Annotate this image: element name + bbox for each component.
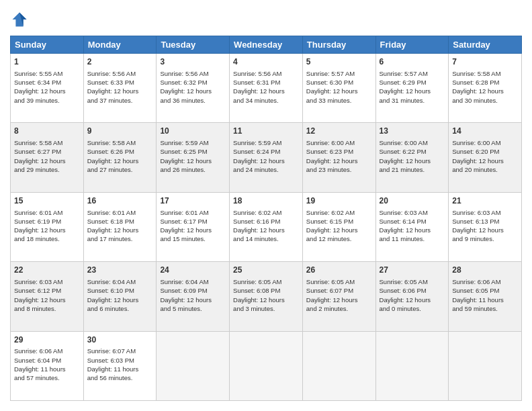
calendar-cell: 22Sunrise: 6:03 AMSunset: 6:12 PMDayligh… (11, 262, 84, 331)
day-info: Daylight: 12 hours (233, 156, 299, 165)
calendar-cell: 5Sunrise: 5:57 AMSunset: 6:30 PMDaylight… (302, 54, 375, 123)
day-info: Sunrise: 6:00 AM (380, 138, 445, 147)
day-info: Sunset: 6:10 PM (87, 286, 153, 295)
day-info: and 36 minutes. (160, 96, 226, 105)
calendar-cell: 25Sunrise: 6:05 AMSunset: 6:08 PMDayligh… (230, 262, 303, 331)
col-header-friday: Friday (375, 36, 449, 54)
day-info: Daylight: 12 hours (87, 226, 153, 234)
day-info: Sunset: 6:34 PM (14, 78, 80, 87)
calendar-cell: 7Sunrise: 5:58 AMSunset: 6:28 PMDaylight… (449, 54, 522, 123)
day-info: Sunrise: 6:03 AM (380, 208, 445, 217)
calendar-cell: 11Sunrise: 5:59 AMSunset: 6:24 PMDayligh… (230, 123, 303, 192)
day-info: Daylight: 12 hours (14, 156, 80, 165)
day-info: and 14 minutes. (233, 234, 299, 243)
day-info: and 39 minutes. (14, 96, 80, 105)
day-info: and 26 minutes. (160, 165, 226, 174)
day-info: and 30 minutes. (452, 96, 518, 105)
day-info: Sunrise: 6:02 AM (233, 208, 299, 217)
day-info: Sunset: 6:16 PM (233, 217, 299, 226)
day-info: and 8 minutes. (14, 304, 80, 313)
day-info: Sunset: 6:22 PM (380, 147, 445, 156)
day-number: 7 (452, 56, 518, 68)
day-info: and 12 minutes. (306, 234, 372, 243)
day-info: Sunrise: 5:57 AM (380, 69, 445, 78)
day-info: Sunset: 6:06 PM (380, 286, 445, 295)
day-info: Sunset: 6:33 PM (87, 78, 153, 87)
day-number: 4 (233, 56, 299, 68)
day-info: Sunrise: 6:05 AM (380, 277, 445, 286)
day-info: Daylight: 12 hours (160, 295, 226, 304)
day-info: Sunrise: 6:00 AM (306, 138, 372, 147)
day-number: 29 (14, 334, 80, 346)
calendar-cell: 24Sunrise: 6:04 AMSunset: 6:09 PMDayligh… (157, 262, 230, 331)
calendar-cell (157, 331, 230, 400)
calendar-cell: 1Sunrise: 5:55 AMSunset: 6:34 PMDaylight… (11, 54, 84, 123)
day-info: Sunset: 6:30 PM (306, 78, 372, 87)
day-info: and 21 minutes. (380, 165, 445, 174)
day-number: 21 (452, 195, 518, 207)
day-info: Sunset: 6:19 PM (14, 217, 80, 226)
day-info: Daylight: 12 hours (233, 295, 299, 304)
day-info: Sunrise: 6:01 AM (160, 208, 226, 217)
calendar-cell: 12Sunrise: 6:00 AMSunset: 6:23 PMDayligh… (302, 123, 375, 192)
day-info: Sunset: 6:05 PM (452, 286, 518, 295)
day-info: and 2 minutes. (306, 304, 372, 313)
day-info: Daylight: 12 hours (452, 156, 518, 165)
col-header-sunday: Sunday (11, 36, 84, 54)
col-header-wednesday: Wednesday (230, 36, 303, 54)
day-number: 30 (87, 334, 153, 346)
header (10, 10, 522, 29)
day-number: 24 (160, 265, 226, 276)
calendar-cell: 20Sunrise: 6:03 AMSunset: 6:14 PMDayligh… (375, 192, 449, 261)
day-info: Daylight: 12 hours (160, 226, 226, 234)
day-info: and 23 minutes. (306, 165, 372, 174)
day-number: 22 (14, 265, 80, 276)
day-info: Daylight: 12 hours (14, 295, 80, 304)
day-info: and 37 minutes. (87, 96, 153, 105)
day-info: Sunrise: 6:00 AM (452, 138, 518, 147)
day-number: 19 (306, 195, 372, 207)
day-info: Sunrise: 5:58 AM (14, 138, 80, 147)
day-info: Sunset: 6:25 PM (160, 147, 226, 156)
day-info: Sunset: 6:29 PM (380, 78, 445, 87)
day-info: Sunrise: 5:59 AM (233, 138, 299, 147)
day-info: and 11 minutes. (380, 234, 445, 243)
day-number: 12 (306, 126, 372, 137)
day-info: Daylight: 12 hours (380, 87, 445, 95)
day-info: Sunrise: 5:58 AM (87, 138, 153, 147)
calendar-cell: 8Sunrise: 5:58 AMSunset: 6:27 PMDaylight… (11, 123, 84, 192)
day-info: Sunrise: 6:06 AM (452, 277, 518, 286)
calendar-cell: 18Sunrise: 6:02 AMSunset: 6:16 PMDayligh… (230, 192, 303, 261)
day-number: 14 (452, 126, 518, 137)
calendar-cell: 28Sunrise: 6:06 AMSunset: 6:05 PMDayligh… (449, 262, 522, 331)
calendar-cell: 10Sunrise: 5:59 AMSunset: 6:25 PMDayligh… (157, 123, 230, 192)
day-info: Sunset: 6:03 PM (87, 356, 153, 365)
day-info: and 18 minutes. (14, 234, 80, 243)
day-info: Sunrise: 5:56 AM (160, 69, 226, 78)
day-info: Sunset: 6:14 PM (380, 217, 445, 226)
day-info: Sunset: 6:17 PM (160, 217, 226, 226)
day-info: Daylight: 12 hours (452, 87, 518, 95)
day-number: 20 (380, 195, 445, 207)
day-info: Daylight: 12 hours (380, 295, 445, 304)
day-number: 15 (14, 195, 80, 207)
day-number: 1 (14, 56, 80, 68)
calendar-cell (302, 331, 375, 400)
day-info: and 59 minutes. (452, 304, 518, 313)
day-info: and 56 minutes. (87, 373, 153, 382)
day-number: 16 (87, 195, 153, 207)
day-info: Sunset: 6:18 PM (87, 217, 153, 226)
day-info: and 9 minutes. (452, 234, 518, 243)
day-number: 27 (380, 265, 445, 276)
day-info: Daylight: 12 hours (380, 226, 445, 234)
day-info: Sunset: 6:15 PM (306, 217, 372, 226)
day-info: Sunrise: 6:06 AM (14, 347, 80, 355)
day-info: Sunset: 6:28 PM (452, 78, 518, 87)
day-info: and 27 minutes. (87, 165, 153, 174)
day-info: Sunset: 6:32 PM (160, 78, 226, 87)
day-info: Daylight: 12 hours (233, 87, 299, 95)
day-info: Sunset: 6:09 PM (160, 286, 226, 295)
day-info: Daylight: 12 hours (306, 156, 372, 165)
day-info: and 5 minutes. (160, 304, 226, 313)
day-info: Daylight: 11 hours (14, 365, 80, 373)
